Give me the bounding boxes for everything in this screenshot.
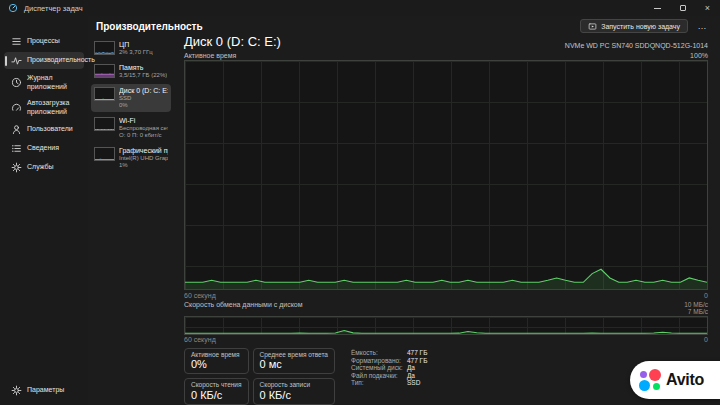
detail-label: Форматировано: <box>351 357 407 365</box>
detail-value: Да <box>407 364 415 372</box>
minimize-icon <box>654 8 661 9</box>
sidebar-item-label: Службы <box>27 163 54 172</box>
detail-label: Файл подкачки: <box>351 372 407 380</box>
sidebar-item-performance[interactable]: Производительность <box>4 52 84 69</box>
minimize-button[interactable] <box>645 0 670 16</box>
stat-read-speed: Скорость чтения 0 КБ/с <box>184 378 249 405</box>
processes-icon <box>11 36 22 47</box>
stat-response-time: Среднее время ответа 0 мс <box>253 348 335 375</box>
chart-time-label: 60 секунд <box>184 336 216 343</box>
window-controls: × <box>645 0 720 16</box>
avito-watermark: Avito <box>630 361 720 399</box>
window-title: Диспетчер задач <box>24 4 83 13</box>
run-new-task-button[interactable]: Запустить новую задачу <box>580 19 688 33</box>
perf-item-title: Wi-Fi <box>119 117 168 125</box>
perf-item-title: Графический про... <box>119 147 168 155</box>
close-button[interactable]: × <box>695 0 720 16</box>
detail-value: Да <box>407 372 415 380</box>
detail-value: 477 ГБ <box>407 357 427 365</box>
perf-item-sub: SSD <box>119 95 168 102</box>
perf-item-memory[interactable]: Память 3,5/15,7 ГБ (22%) <box>91 61 171 82</box>
perf-item-sub: 0% <box>119 102 168 109</box>
perf-item-disk0[interactable]: Диск 0 (D: C: E:) SSD 0% <box>91 84 171 112</box>
avito-wordmark: Avito <box>666 371 704 389</box>
chart-max-label: 100% <box>690 52 708 59</box>
avito-logo-icon <box>639 369 661 391</box>
cpu-mini-graph <box>94 41 115 55</box>
sidebar-item-startup-apps[interactable]: Автозагрузка приложений <box>4 96 84 119</box>
perf-item-gpu[interactable]: Графический про... Intel(R) UHD Graphics… <box>91 144 171 172</box>
stat-value: 0 КБ/с <box>191 389 242 401</box>
task-manager-window: Диспетчер задач × Процессы Производитель… <box>0 0 720 405</box>
detail-label: Тип: <box>351 379 407 387</box>
stat-value: 0 КБ/с <box>260 389 328 401</box>
transfer-rate-label: Скорость обмена данными с диском <box>184 301 303 308</box>
disk-stats: Активное время 0% Среднее время ответа 0… <box>184 344 708 405</box>
details-icon <box>11 143 22 154</box>
stat-active-time: Активное время 0% <box>184 348 249 375</box>
transfer-mark-label: 7 МБ/с <box>688 308 708 316</box>
run-new-task-icon <box>588 22 597 31</box>
disk-properties: Ёмкость:477 ГБ Форматировано:477 ГБ Сист… <box>351 348 427 405</box>
run-new-task-label: Запустить новую задачу <box>601 23 680 30</box>
sidebar-item-app-history[interactable]: Журнал приложений <box>4 71 84 94</box>
settings-gear-icon <box>11 385 22 396</box>
perf-item-title: ЦП <box>119 41 153 49</box>
gpu-mini-graph <box>94 147 115 161</box>
active-time-label: Активное время <box>184 52 236 59</box>
sidebar-item-label: Автозагрузка приложений <box>27 99 80 116</box>
sidebar-item-users[interactable]: Пользователи <box>4 121 84 138</box>
stat-label: Скорость чтения <box>191 381 242 389</box>
sidebar-item-label: Сведения <box>27 144 59 153</box>
perf-item-sub: Intel(R) UHD Graphics <box>119 155 168 162</box>
perf-item-sub: 1% <box>119 162 168 169</box>
perf-item-sub: 3,5/15,7 ГБ (22%) <box>119 72 167 79</box>
sidebar-item-settings[interactable]: Параметры <box>4 382 84 399</box>
active-time-chart <box>184 60 708 290</box>
startup-apps-icon <box>11 102 22 113</box>
stat-value: 0 мс <box>260 358 328 370</box>
disk-detail-panel: Диск 0 (D: C: E:) NVMe WD PC SN740 SDDQN… <box>174 34 720 405</box>
disk-mini-graph <box>94 87 115 101</box>
perf-item-cpu[interactable]: ЦП 2% 3,70 ГГц <box>91 38 171 59</box>
disk-title: Диск 0 (D: C: E:) <box>184 34 281 49</box>
maximize-button[interactable] <box>670 0 695 16</box>
transfer-max-label: 10 МБ/с <box>684 301 708 309</box>
sidebar-item-details[interactable]: Сведения <box>4 140 84 157</box>
sidebar-item-label: Пользователи <box>27 125 73 134</box>
sidebar-item-label: Параметры <box>27 386 64 395</box>
sidebar-item-label: Журнал приложений <box>27 74 80 91</box>
detail-value: SSD <box>407 379 420 387</box>
chart-time-label: 60 секунд <box>184 292 216 299</box>
chart-zero-label: 0 <box>704 292 708 299</box>
app-history-icon <box>11 77 22 88</box>
perf-item-title: Память <box>119 64 167 72</box>
perf-item-title: Диск 0 (D: C: E:) <box>119 87 168 95</box>
stat-label: Активное время <box>191 351 242 359</box>
detail-label: Ёмкость: <box>351 349 407 357</box>
sidebar-item-services[interactable]: Службы <box>4 159 84 176</box>
perf-item-sub: 2% 3,70 ГГц <box>119 49 153 56</box>
sidebar-spacer <box>0 177 88 381</box>
chart-zero-label: 0 <box>704 336 708 343</box>
detail-value: 477 ГБ <box>407 349 427 357</box>
wifi-mini-graph <box>94 117 115 131</box>
titlebar: Диспетчер задач × <box>0 0 720 16</box>
perf-item-wifi[interactable]: Wi-Fi Беспроводная сеть О: 0 П: 0 кбит/с <box>91 114 171 142</box>
sidebar-item-label: Процессы <box>27 37 60 46</box>
stat-label: Скорость записи <box>260 381 328 389</box>
stat-label: Среднее время ответа <box>260 351 328 359</box>
sidebar: Процессы Производительность Журнал прило… <box>0 16 88 405</box>
more-options-button[interactable]: … <box>694 19 710 33</box>
stat-value: 0% <box>191 358 242 370</box>
users-icon <box>11 124 22 135</box>
close-icon: × <box>705 4 710 13</box>
sidebar-item-label: Производительность <box>27 56 80 65</box>
page-header: Производительность Запустить новую задач… <box>88 16 720 34</box>
stat-write-speed: Скорость записи 0 КБ/с <box>253 378 335 405</box>
page-title: Производительность <box>96 21 203 32</box>
sidebar-item-processes[interactable]: Процессы <box>4 33 84 50</box>
perf-item-sub: Беспроводная сеть <box>119 125 168 132</box>
transfer-rate-chart <box>184 316 708 335</box>
task-manager-icon <box>8 3 18 13</box>
